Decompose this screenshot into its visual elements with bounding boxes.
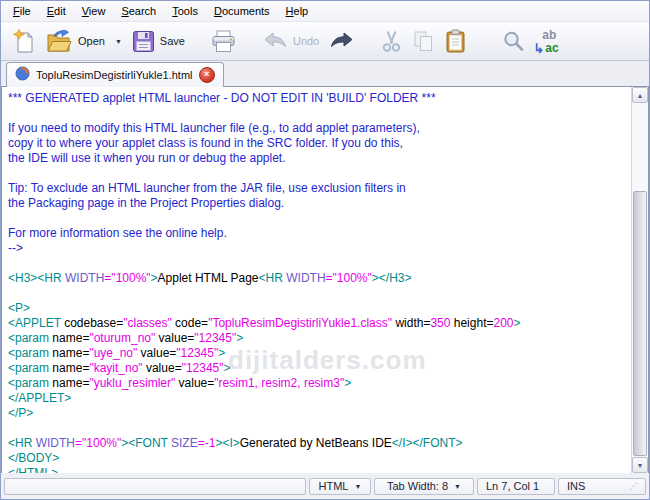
cut-button[interactable] [376, 27, 407, 56]
find-icon [502, 30, 525, 53]
menu-bar: FileEditViewSearchToolsDocumentsHelp [1, 1, 649, 22]
editor-area[interactable]: dijitalders.com *** GENERATED applet HTM… [1, 87, 649, 473]
code-line: Tip: To exclude an HTML launcher from th… [8, 181, 632, 196]
chevron-down-icon: ▼ [454, 483, 461, 490]
code-line: copy it to where your applet class is fo… [8, 136, 632, 151]
status-message-area [4, 478, 306, 495]
code-line [8, 166, 632, 181]
menu-documents[interactable]: Documents [206, 3, 278, 19]
document-tab[interactable]: TopluResimDegistirliYukle1.html × [6, 62, 224, 87]
save-label: Save [160, 35, 185, 47]
replace-icon: ab↳ac [535, 29, 559, 54]
code-line: <param name="oturum_no" value="12345"> [8, 331, 632, 346]
redo-icon [329, 31, 355, 51]
paste-icon [445, 29, 466, 53]
print-icon [211, 30, 236, 53]
menu-search[interactable]: Search [113, 3, 164, 19]
code-line [8, 211, 632, 226]
code-line: If you need to modify this HTML launcher… [8, 121, 632, 136]
undo-button[interactable]: Undo [257, 28, 324, 54]
language-selector[interactable]: HTML ▼ [309, 478, 371, 495]
code-line: </APPLET> [8, 391, 632, 406]
replace-button[interactable]: ab↳ac [530, 26, 564, 57]
cursor-position-label: Ln 7, Col 1 [486, 480, 539, 492]
tab-strip: TopluResimDegistirliYukle1.html × [1, 61, 649, 87]
code-line: For more information see the online help… [8, 226, 632, 241]
menu-file[interactable]: File [5, 3, 39, 19]
cut-icon [381, 30, 402, 53]
code-line: <HR WIDTH="100%"><FONT SIZE=-1><I>Genera… [8, 436, 632, 451]
code-line: <P> [8, 301, 632, 316]
save-button[interactable]: Save [127, 27, 190, 56]
scrollbar-thumb[interactable] [633, 191, 647, 456]
code-line: the IDE will use it when you run or debu… [8, 151, 632, 166]
language-label: HTML [319, 480, 349, 492]
menu-edit[interactable]: Edit [39, 3, 74, 19]
code-line: *** GENERATED applet HTML launcher - DO … [8, 91, 632, 106]
tab-width-label: Tab Width: 8 [387, 480, 448, 492]
code-line: the Packaging page in the Project Proper… [8, 196, 632, 211]
menu-view[interactable]: View [74, 3, 114, 19]
text-editor-window: FileEditViewSearchToolsDocumentsHelp Ope… [0, 0, 650, 500]
html-file-icon [15, 66, 30, 83]
code-line: <APPLET codebase="classes" code="TopluRe… [8, 316, 632, 331]
code-line: <param name="yuklu_resimler" value="resi… [8, 376, 632, 391]
save-floppy-icon [132, 30, 155, 53]
paste-button[interactable] [440, 26, 471, 56]
resize-grip-icon[interactable]: ⋰ [629, 481, 637, 491]
redo-button[interactable] [324, 28, 360, 54]
open-button[interactable]: Open▼ [41, 27, 127, 56]
menu-help[interactable]: Help [278, 3, 317, 19]
print-button[interactable] [206, 27, 241, 56]
scroll-up-icon[interactable]: ▲ [632, 87, 648, 103]
code-line [8, 286, 632, 301]
insert-mode-label: INS [567, 480, 585, 492]
code-line [8, 421, 632, 436]
close-icon[interactable]: × [199, 67, 215, 83]
open-label: Open [78, 35, 105, 47]
find-button[interactable] [497, 27, 530, 56]
undo-icon [262, 31, 288, 51]
tab-width-selector[interactable]: Tab Width: 8 ▼ [374, 478, 474, 495]
chevron-down-icon: ▼ [355, 483, 362, 490]
copy-icon [412, 30, 435, 53]
code-area[interactable]: *** GENERATED applet HTML launcher - DO … [2, 87, 632, 473]
code-line [8, 256, 632, 271]
status-bar: HTML ▼ Tab Width: 8 ▼ Ln 7, Col 1 INS ⋰ [1, 473, 649, 499]
code-line: <H3><HR WIDTH="100%">Applet HTML Page<HR… [8, 271, 632, 286]
code-line: </HTML> [8, 466, 632, 473]
vertical-scrollbar[interactable]: ▲ ▼ [631, 87, 648, 473]
menu-tools[interactable]: Tools [164, 3, 206, 19]
code-line: <param name="uye_no" value="12345"> [8, 346, 632, 361]
toolbar: Open▼SaveUndoab↳ac [1, 22, 649, 61]
chevron-down-icon[interactable]: ▼ [115, 38, 122, 45]
copy-button[interactable] [407, 27, 440, 56]
code-line: --> [8, 241, 632, 256]
insert-mode-indicator: INS ⋰ [558, 478, 646, 495]
new-document-icon [12, 29, 36, 54]
tab-title: TopluResimDegistirliYukle1.html [36, 69, 193, 81]
cursor-position: Ln 7, Col 1 [477, 478, 555, 495]
undo-label: Undo [293, 35, 319, 47]
code-line: <param name="kayit_no" value="12345"> [8, 361, 632, 376]
code-line: </P> [8, 406, 632, 421]
new-button[interactable] [7, 26, 41, 57]
code-line: </BODY> [8, 451, 632, 466]
open-folder-icon [46, 30, 73, 53]
scroll-down-icon[interactable]: ▼ [632, 457, 648, 473]
code-line [8, 106, 632, 121]
